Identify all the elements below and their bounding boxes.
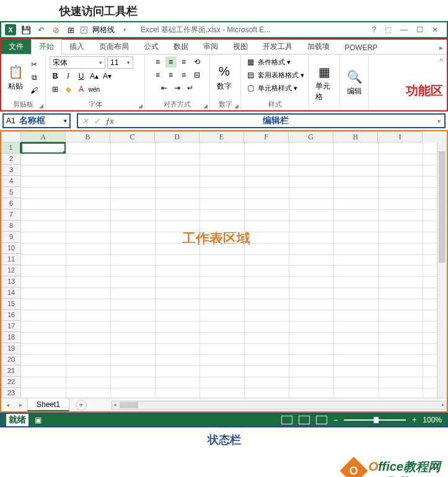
align-top-icon[interactable]: ≡	[152, 56, 164, 68]
tab-home[interactable]: 开始	[31, 39, 62, 55]
tab-view[interactable]: 视图	[226, 40, 255, 54]
column-header[interactable]: I	[378, 131, 423, 142]
column-header[interactable]: C	[110, 131, 155, 142]
column-header[interactable]: G	[289, 131, 333, 142]
row-header[interactable]: 7	[1, 209, 21, 221]
save-icon[interactable]: 💾	[21, 25, 31, 35]
font-launcher-icon[interactable]: ◢	[138, 103, 143, 109]
tab-data[interactable]: 数据	[166, 40, 196, 54]
cell-style-button[interactable]: ▢单元格样式 ▾	[245, 82, 297, 94]
number-format-button[interactable]: % 数字	[214, 63, 235, 93]
fill-color-button[interactable]: ◆	[63, 84, 74, 95]
sheet-nav-next-icon[interactable]: ▸	[14, 401, 27, 408]
cancel-formula-icon[interactable]: ✕	[82, 116, 89, 126]
select-all-button[interactable]	[1, 131, 21, 142]
vertical-scrollbar[interactable]	[437, 142, 447, 398]
sheet-nav-prev-icon[interactable]: ◂	[1, 401, 14, 408]
tab-formulas[interactable]: 公式	[136, 40, 166, 54]
clipboard-launcher-icon[interactable]: ◢	[39, 103, 43, 109]
zoom-slider[interactable]	[344, 419, 406, 421]
tab-powerp[interactable]: POWERP	[337, 42, 385, 54]
phonetic-button[interactable]: wén	[89, 84, 100, 95]
tab-developer[interactable]: 开发工具	[255, 40, 300, 54]
zoom-in-button[interactable]: +	[412, 416, 416, 424]
align-right-icon[interactable]: ≡	[178, 69, 190, 81]
align-bottom-icon[interactable]: ≡	[178, 56, 190, 68]
decrease-font-icon[interactable]: A▾	[102, 71, 113, 82]
formula-bar[interactable]: ✕ ✓ ƒx 编辑栏 ▾	[77, 113, 446, 128]
active-cell[interactable]	[21, 142, 66, 154]
number-launcher-icon[interactable]: ◢	[234, 103, 239, 109]
page-break-view-button[interactable]	[316, 416, 327, 424]
row-header[interactable]: 3	[1, 165, 21, 176]
align-left-icon[interactable]: ≡	[152, 69, 164, 81]
increase-indent-icon[interactable]: ⇥	[172, 82, 183, 94]
new-sheet-button[interactable]: +	[76, 400, 87, 411]
row-header[interactable]: 15	[1, 299, 21, 310]
undo-icon[interactable]: ↶	[36, 25, 46, 35]
gridlines-checkbox[interactable]: ✓	[81, 27, 87, 33]
tab-scroll-icon[interactable]: ▸	[436, 42, 447, 54]
row-header[interactable]: 12	[1, 265, 21, 276]
tab-insert[interactable]: 插入	[62, 40, 92, 54]
namebox-dropdown-icon[interactable]: ▾	[64, 118, 67, 124]
row-header[interactable]: 17	[1, 321, 21, 332]
tab-layout[interactable]: 页面布局	[92, 40, 136, 54]
ribbon-options-button[interactable]: ⬚	[385, 25, 392, 34]
zoom-level[interactable]: 100%	[423, 416, 442, 424]
editing-button[interactable]: 🔍编辑	[344, 68, 365, 98]
row-header[interactable]: 18	[1, 332, 21, 343]
row-header[interactable]: 21	[1, 365, 21, 377]
orientation-icon[interactable]: ⟲	[191, 56, 203, 68]
row-header[interactable]: 5	[1, 187, 21, 198]
border-button[interactable]: ⊞	[50, 84, 61, 95]
row-header[interactable]: 22	[1, 377, 21, 388]
font-size-combo[interactable]: 11▾	[107, 56, 133, 69]
column-header[interactable]: A	[21, 131, 66, 143]
column-header[interactable]: F	[244, 131, 289, 142]
row-header[interactable]: 19	[1, 343, 21, 354]
align-center-icon[interactable]: ≡	[165, 69, 177, 81]
align-middle-icon[interactable]: ≡	[165, 56, 177, 68]
paste-button[interactable]: 📋 粘贴	[5, 63, 26, 93]
page-layout-view-button[interactable]	[299, 416, 310, 424]
row-header[interactable]: 23	[1, 388, 21, 398]
italic-button[interactable]: I	[63, 71, 74, 82]
sheet-tab[interactable]: Sheet1	[27, 399, 69, 411]
row-header[interactable]: 6	[1, 198, 21, 209]
row-header[interactable]: 11	[1, 254, 21, 265]
name-box[interactable]: A1 名称框 ▾	[2, 113, 71, 128]
tab-review[interactable]: 审阅	[196, 40, 226, 54]
row-header[interactable]: 13	[1, 276, 21, 287]
merge-icon[interactable]: ⊟	[191, 69, 203, 81]
cut-icon[interactable]: ✂	[29, 59, 40, 70]
row-header[interactable]: 10	[1, 243, 21, 254]
tab-addins[interactable]: 加载项	[300, 40, 337, 54]
row-header[interactable]: 9	[1, 232, 21, 243]
tab-file[interactable]: 文件	[1, 40, 31, 54]
row-header[interactable]: 4	[1, 176, 21, 187]
row-header[interactable]: 2	[1, 154, 21, 165]
qat-customize-icon[interactable]: ▾	[120, 25, 130, 35]
enter-formula-icon[interactable]: ✓	[94, 116, 100, 126]
row-header[interactable]: 1	[1, 142, 21, 154]
font-name-combo[interactable]: 宋体▾	[50, 56, 105, 69]
copy-icon[interactable]: ⧉	[29, 72, 40, 83]
column-header[interactable]: D	[155, 131, 200, 142]
minimize-button[interactable]: —	[400, 25, 408, 34]
font-color-button[interactable]: A	[76, 84, 87, 95]
close-button[interactable]: ✕	[432, 25, 438, 34]
row-header[interactable]: 20	[1, 354, 21, 365]
alignment-launcher-icon[interactable]: ◢	[203, 103, 208, 109]
wrap-text-icon[interactable]: ↵	[185, 82, 196, 94]
conditional-format-button[interactable]: ▦条件格式 ▾	[245, 56, 291, 68]
format-painter-icon[interactable]: 🖌	[29, 85, 40, 96]
normal-view-button[interactable]	[281, 416, 292, 424]
macro-record-icon[interactable]: ▣	[35, 416, 42, 424]
decrease-indent-icon[interactable]: ⇤	[159, 82, 170, 94]
bold-button[interactable]: B	[50, 71, 61, 82]
horizontal-scrollbar[interactable]: ◂ ▸	[112, 401, 447, 409]
column-header[interactable]: B	[66, 131, 110, 142]
increase-font-icon[interactable]: A▴	[89, 71, 100, 82]
cancel-icon[interactable]: ⊘	[51, 25, 61, 35]
